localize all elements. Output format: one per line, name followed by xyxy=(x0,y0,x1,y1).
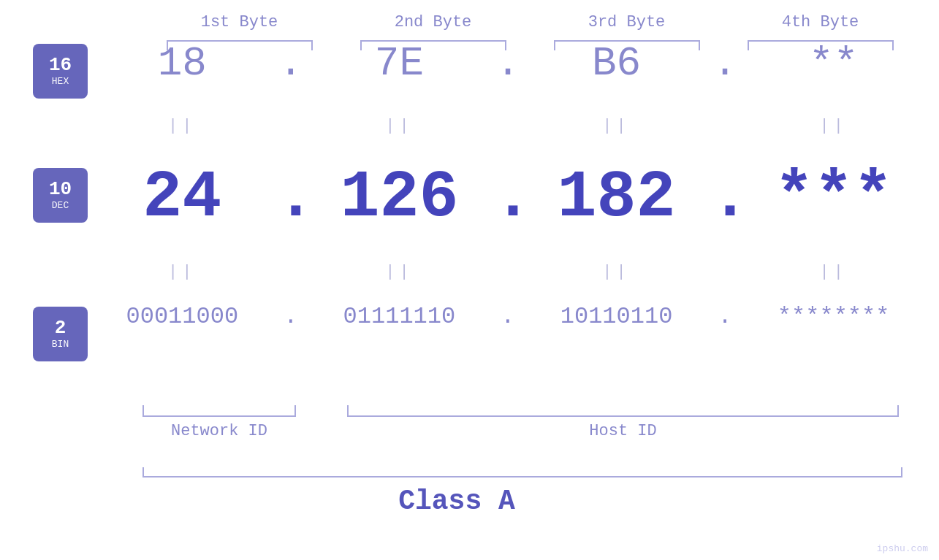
bin-dot-1: . xyxy=(276,303,305,330)
equals-row-2: || || || || xyxy=(95,263,921,281)
dec-dot-3: . xyxy=(710,161,740,235)
network-id-label: Network ID xyxy=(142,422,296,440)
bin-cell-3: 10110110 xyxy=(536,303,697,330)
eq-2-3: || xyxy=(536,263,697,281)
byte-header-1: 1st Byte xyxy=(159,13,320,31)
eq-1-3: || xyxy=(536,117,697,135)
eq-1-2: || xyxy=(319,117,479,135)
bin-cell-2: 01111110 xyxy=(319,303,479,330)
hex-dot-3: . xyxy=(710,40,740,87)
dec-badge: 10 DEC xyxy=(33,168,88,223)
bin-badge: 2 BIN xyxy=(33,307,88,361)
hex-badge: 16 HEX xyxy=(33,44,88,99)
dec-row: 24 . 126 . 182 . *** xyxy=(95,161,921,235)
hex-cell-4: ** xyxy=(753,40,914,87)
byte-header-2: 2nd Byte xyxy=(353,13,514,31)
host-bracket xyxy=(347,405,899,417)
bin-dot-2: . xyxy=(493,303,522,330)
hex-row: 18 . 7E . B6 . ** xyxy=(95,40,921,87)
eq-1-4: || xyxy=(753,117,914,135)
host-id-label: Host ID xyxy=(347,422,899,440)
hex-cell-1: 18 xyxy=(102,40,262,87)
class-bracket xyxy=(142,467,902,477)
eq-1-1: || xyxy=(102,117,262,135)
byte-headers: 1st Byte 2nd Byte 3rd Byte 4th Byte xyxy=(142,13,917,31)
eq-2-4: || xyxy=(753,263,914,281)
hex-dot-2: . xyxy=(493,40,522,87)
main-layout: 1st Byte 2nd Byte 3rd Byte 4th Byte 16 H… xyxy=(0,0,939,560)
eq-2-2: || xyxy=(319,263,479,281)
hex-cell-3: B6 xyxy=(536,40,697,87)
equals-row-1: || || || || xyxy=(95,117,921,135)
dec-cell-4: *** xyxy=(753,161,914,235)
bin-row: 00011000 . 01111110 . 10110110 . *******… xyxy=(95,303,921,330)
dec-cell-2: 126 xyxy=(319,161,479,235)
dec-cell-1: 24 xyxy=(102,161,262,235)
dec-dot-2: . xyxy=(493,161,522,235)
hex-cell-2: 7E xyxy=(319,40,479,87)
hex-dot-1: . xyxy=(276,40,305,87)
class-label: Class A xyxy=(0,486,913,517)
dec-cell-3: 182 xyxy=(536,161,697,235)
network-bracket xyxy=(142,405,296,417)
eq-2-1: || xyxy=(102,263,262,281)
watermark: ipshu.com xyxy=(877,543,928,554)
bin-dot-3: . xyxy=(710,303,740,330)
bin-cell-4: ******** xyxy=(753,303,914,330)
bin-cell-1: 00011000 xyxy=(102,303,262,330)
dec-dot-1: . xyxy=(276,161,305,235)
byte-header-3: 3rd Byte xyxy=(547,13,707,31)
byte-header-4: 4th Byte xyxy=(740,13,901,31)
